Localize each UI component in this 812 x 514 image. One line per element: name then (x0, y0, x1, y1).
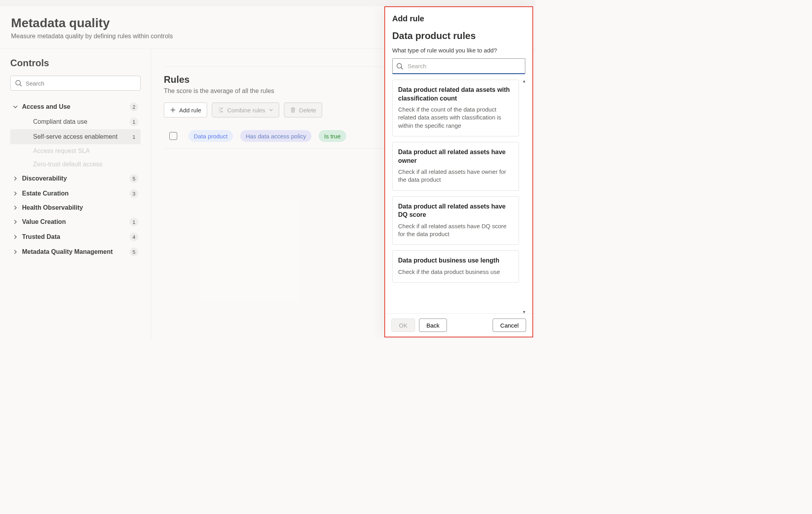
rule-card-title: Data product related data assets with cl… (398, 86, 513, 102)
panel-question: What type of rule would you like to add? (392, 47, 525, 54)
rule-card-title: Data product business use length (398, 256, 513, 265)
scroll-down-icon[interactable]: ▼ (522, 310, 526, 313)
search-icon (396, 63, 403, 70)
rule-card[interactable]: Data product business use lengthCheck if… (392, 250, 519, 283)
rule-card-desc: Check if the data product business use (398, 268, 513, 276)
panel-search-input[interactable] (392, 58, 525, 74)
panel-subtitle: Data product rules (392, 30, 525, 41)
rule-card-desc: Check if the count of the data product r… (398, 106, 513, 130)
cancel-button[interactable]: Cancel (493, 318, 526, 332)
back-button[interactable]: Back (419, 318, 447, 332)
rule-card-desc: Check if all related assets have DQ scor… (398, 222, 513, 238)
rule-card[interactable]: Data product all related assets have DQ … (392, 196, 519, 245)
rule-card-desc: Check if all related assets have owner f… (398, 168, 513, 184)
rule-list[interactable]: Data product related data assets with cl… (392, 80, 525, 313)
rule-card[interactable]: Data product related data assets with cl… (392, 80, 519, 136)
rule-card-title: Data product all related assets have own… (398, 148, 513, 165)
panel-title: Add rule (392, 14, 525, 23)
add-rule-panel: Add rule Data product rules What type of… (384, 6, 533, 337)
rule-card[interactable]: Data product all related assets have own… (392, 142, 519, 191)
svg-point-4 (397, 63, 402, 68)
ok-button: OK (391, 318, 415, 332)
panel-search[interactable] (392, 58, 525, 74)
rule-card-title: Data product all related assets have DQ … (398, 202, 513, 219)
panel-footer: OK Back Cancel (385, 313, 532, 337)
svg-line-5 (401, 67, 403, 69)
